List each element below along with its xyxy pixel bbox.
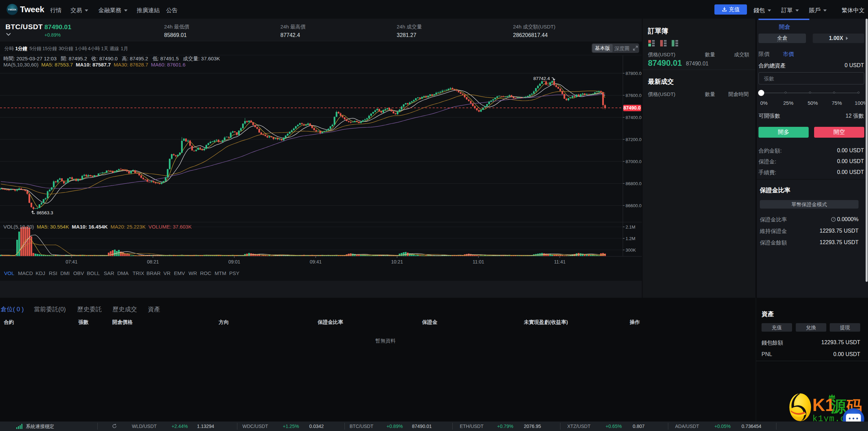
svg-text:09:41: 09:41 xyxy=(310,259,321,265)
svg-text:87400.0: 87400.0 xyxy=(626,115,642,120)
svg-text:87742.4: 87742.4 xyxy=(533,76,550,81)
svg-text:10:21: 10:21 xyxy=(391,259,403,265)
svg-text:2.1M: 2.1M xyxy=(626,224,635,230)
svg-text:87800.0: 87800.0 xyxy=(626,71,642,76)
svg-text:1.2M: 1.2M xyxy=(626,236,635,241)
svg-text:08:21: 08:21 xyxy=(147,259,159,265)
svg-text:87600.0: 87600.0 xyxy=(626,93,642,98)
svg-text:86563.3: 86563.3 xyxy=(37,210,53,215)
svg-text:86600.0: 86600.0 xyxy=(626,203,642,208)
svg-text:300K: 300K xyxy=(626,248,636,253)
svg-text:07:41: 07:41 xyxy=(65,259,77,265)
svg-text:11:41: 11:41 xyxy=(554,259,566,265)
svg-text:86800.0: 86800.0 xyxy=(626,181,642,186)
svg-text:11:01: 11:01 xyxy=(473,259,484,265)
svg-text:87490.0: 87490.0 xyxy=(624,105,641,111)
svg-text:09:01: 09:01 xyxy=(228,259,240,265)
svg-text:87200.0: 87200.0 xyxy=(626,137,642,142)
svg-text:TWEEK: TWEEK xyxy=(8,8,16,11)
svg-text:87000.0: 87000.0 xyxy=(626,159,642,164)
